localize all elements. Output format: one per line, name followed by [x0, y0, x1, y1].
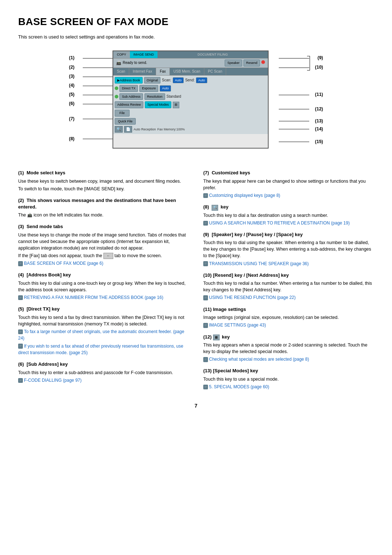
desc-2-body: The 📠 icon on the left indicates fax mod… [18, 212, 189, 218]
callout-15: (15) [315, 139, 323, 145]
diagram: (1) (2) (3) (4) (5) (6) (7) (8) COPY IMA… [69, 47, 323, 159]
document-filing-tab[interactable]: DOCUMENT FILING [158, 51, 268, 58]
status-dot [261, 60, 265, 64]
desc-9-title: (9) [Speaker] key / [Pause] key / [Space… [203, 231, 374, 238]
desc-3-body1: Use these keys to change the mode of the… [18, 232, 189, 251]
quick-file-btn[interactable]: Quick File [115, 118, 136, 125]
desc-6-title: (6) [Sub Address] key [18, 361, 189, 368]
desc-11-body: Image settings (original size, exposure,… [203, 314, 374, 321]
file-row: File [115, 110, 266, 117]
bracket-9-10 [307, 56, 310, 70]
line-5 [83, 95, 113, 95]
desc-7: (7) Customized keys The keys that appear… [203, 170, 374, 199]
rline-14 [279, 129, 309, 129]
direct-tx-dot [115, 86, 118, 90]
special-mode-icon-label: ⊞ [213, 335, 220, 340]
fax-tab[interactable]: Fax [156, 68, 170, 75]
internet-fax-tab[interactable]: Internet Fax [129, 68, 156, 75]
sub-address-row: Sub Address Resolution Standard [115, 93, 266, 100]
bottom-icons-row: 🔍 📄 Auto Reception Fax Memory:100% [115, 126, 266, 133]
desc-11-title: (11) Image settings [203, 306, 374, 313]
desc-1-title: (1) Mode select keys [18, 170, 189, 176]
resolution-btn[interactable]: Resolution [144, 93, 165, 100]
desc-6: (6) [Sub Address] key Touch this key to … [18, 361, 189, 384]
search-key-icon[interactable]: 🔍 [115, 126, 123, 133]
original-btn[interactable]: Original [144, 77, 160, 84]
direct-tx-row: Direct TX Exposure Auto [115, 85, 266, 92]
desc-8: (8) 🔍 key Touch this key to dial a fax d… [203, 204, 374, 226]
copy-tab[interactable]: COPY [113, 51, 130, 58]
special-modes-row: Address Review Special Modes ⊞ [115, 101, 266, 108]
desc-12: (12) ⊞ key This key appears when a speci… [203, 334, 374, 363]
address-review-btn[interactable]: Address Review [115, 101, 143, 108]
diagram-container: (1) (2) (3) (4) (5) (6) (7) (8) COPY IMA… [18, 47, 374, 159]
desc-4-ref: ☞RETRIEVING A FAX NUMBER FROM THE ADDRES… [18, 294, 189, 301]
exposure-auto-btn[interactable]: Auto [160, 85, 171, 92]
desc-8-title: (8) 🔍 key [203, 204, 374, 210]
rline-11 [279, 95, 309, 95]
desc-9-body1: Touch this key to dial using the speaker… [203, 239, 374, 259]
desc-4: (4) [Address Book] key Touch this key to… [18, 272, 189, 301]
image-send-tab[interactable]: IMAGE SEND [130, 51, 158, 58]
scan-auto-btn[interactable]: Auto [173, 77, 184, 84]
special-icon[interactable]: ⊞ [173, 102, 179, 108]
callout-5: (5) [69, 92, 74, 98]
rline-13 [279, 121, 309, 121]
usb-mem-scan-tab[interactable]: USB Mem. Scan [170, 68, 204, 75]
desc-13-body: Touch this key to use a special mode. [203, 376, 374, 382]
ready-text: Ready to send. [123, 60, 147, 65]
desc-1-body: Use these keys to switch between copy, i… [18, 178, 189, 185]
intro-text: This screen is used to select settings a… [18, 34, 374, 40]
send-auto-btn[interactable]: Auto [196, 77, 207, 84]
desc-3-title: (3) Send mode tabs [18, 223, 189, 230]
callout-9: (9) [318, 55, 323, 61]
desc-5-ref2: ☞If you wish to send a fax ahead of othe… [18, 343, 189, 356]
line-7 [83, 119, 113, 119]
desc-5-ref1: ☞To fax a large number of sheet original… [18, 328, 189, 342]
fax-icon: 📠 [116, 60, 121, 66]
special-modes-btn[interactable]: Special Modes [145, 101, 171, 108]
desc-13-title: (13) [Special Modes] key [203, 368, 374, 374]
desc-5-body: Touch this key to send a fax by direct t… [18, 314, 189, 327]
direct-tx-btn[interactable]: Direct TX [119, 85, 138, 92]
address-book-btn[interactable]: ▶Address Book [115, 77, 143, 84]
callout-11: (11) [315, 92, 323, 98]
fax-memory-text: Fax Memory:100% [158, 127, 185, 132]
desc-5: (5) [Direct TX] key Touch this key to se… [18, 306, 189, 356]
rline-9 [279, 58, 309, 58]
callout-8: (8) [69, 136, 74, 142]
exposure-btn[interactable]: Exposure [139, 85, 158, 92]
pc-scan-tab[interactable]: PC Scan [204, 68, 226, 75]
line-6 [83, 104, 113, 104]
desc-7-title: (7) Customized keys [203, 170, 374, 176]
callout-7: (7) [69, 116, 74, 122]
desc-1: (1) Mode select keys Use these keys to s… [18, 170, 189, 192]
callout-3: (3) [69, 73, 74, 80]
rline-12 [279, 109, 309, 109]
left-descriptions: (1) Mode select keys Use these keys to s… [18, 170, 189, 395]
callout-12: (12) [315, 106, 323, 113]
desc-5-title: (5) [Direct TX] key [18, 306, 189, 312]
desc-10-body: Touch this key to redial a fax number. W… [203, 280, 374, 293]
line-2 [83, 68, 113, 68]
sub-address-btn[interactable]: Sub Address [119, 93, 143, 100]
desc-9-ref: ☞TRANSMISSION USING THE SPEAKER (page 36… [203, 260, 374, 267]
fax-screen: COPY IMAGE SEND DOCUMENT FILING 📠 Ready … [113, 50, 269, 149]
desc-2: (2) This shows various messages and the … [18, 197, 189, 219]
desc-3: (3) Send mode tabs Use these keys to cha… [18, 223, 189, 267]
callout-10: (10) [315, 64, 323, 71]
line-4 [83, 86, 113, 86]
callout-1: (1) [69, 55, 74, 61]
desc-6-body: Touch this key to enter a sub-address an… [18, 369, 189, 376]
page-number: 7 [18, 402, 374, 410]
address-row: ▶Address Book Original Scan: Auto Send: … [115, 77, 266, 84]
desc-10-ref: ☞USING THE RESEND FUNCTION (page 22) [203, 294, 374, 301]
callout-4: (4) [69, 82, 74, 89]
file-btn[interactable]: File [115, 110, 130, 117]
desc-3-ref: ☞BASE SCREEN OF FAX MODE (page 6) [18, 260, 189, 267]
scan-tab[interactable]: Scan [113, 68, 129, 75]
page-title: BASE SCREEN OF FAX MODE [18, 15, 374, 29]
resend-btn[interactable]: Resend [244, 60, 260, 66]
doc-icon[interactable]: 📄 [124, 126, 132, 133]
speaker-btn[interactable]: Speaker [225, 60, 242, 66]
